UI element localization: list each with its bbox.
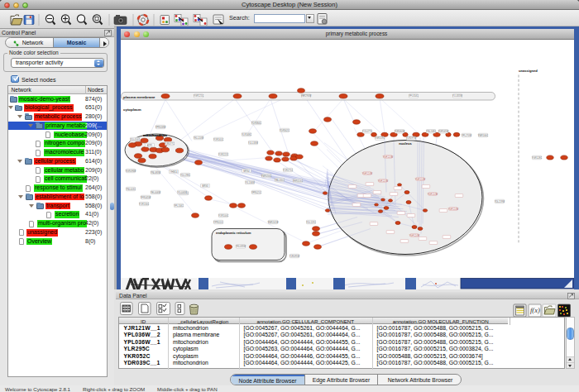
svg-text:YPR021C: YPR021C — [251, 190, 261, 194]
svg-text:YOR161C: YOR161C — [213, 137, 223, 141]
svg-text:YGR159C: YGR159C — [375, 136, 385, 140]
svg-text:YDL198C: YDL198C — [180, 173, 190, 176]
svg-text:YGR124W: YGR124W — [383, 155, 394, 158]
svg-text:YOR130C: YOR130C — [139, 202, 149, 205]
svg-text:YPL270W: YPL270W — [462, 133, 472, 136]
svg-text:YJR077C: YJR077C — [165, 141, 175, 145]
svg-text:YFR045W: YFR045W — [141, 195, 151, 198]
svg-text:YGR121C: YGR121C — [194, 94, 203, 98]
svg-text:YGR096W: YGR096W — [126, 169, 136, 172]
svg-text:mitochondrion: mitochondrion — [143, 133, 167, 137]
svg-text:YGR124W: YGR124W — [428, 192, 438, 195]
svg-text:YOR271C: YOR271C — [283, 168, 293, 171]
svg-text:YLR348C: YLR348C — [242, 132, 251, 136]
svg-text:nucleus: nucleus — [399, 141, 412, 146]
svg-text:YEL006W: YEL006W — [151, 190, 161, 194]
svg-text:f(x): f(x) — [530, 306, 540, 314]
svg-text:YGR124W: YGR124W — [378, 179, 389, 182]
svg-text:YIL006W: YIL006W — [177, 190, 187, 194]
svg-text:YGR124W: YGR124W — [448, 207, 459, 210]
svg-text:YJL133W: YJL133W — [248, 141, 258, 144]
svg-text:YGR124W: YGR124W — [362, 171, 373, 174]
svg-text:YNL083W: YNL083W — [151, 170, 161, 174]
svg-text:YDR384C: YDR384C — [251, 121, 261, 124]
svg-text:YMR166C: YMR166C — [478, 133, 488, 136]
svg-text:YOL077C: YOL077C — [362, 129, 372, 132]
svg-text:YMR241W: YMR241W — [268, 220, 279, 223]
svg-text:YJR095W: YJR095W — [290, 254, 300, 257]
svg-text:YLR197W: YLR197W — [406, 136, 417, 140]
svg-text:YDR342C: YDR342C — [280, 128, 290, 131]
svg-text:YMR056C: YMR056C — [261, 174, 271, 177]
svg-text:YOR100C: YOR100C — [218, 213, 228, 217]
svg-text:plasma membrane: plasma membrane — [123, 94, 156, 98]
svg-text:YKL120W: YKL120W — [194, 136, 204, 139]
svg-text:YBL030C: YBL030C — [275, 178, 285, 181]
svg-text:YPR011C: YPR011C — [213, 220, 223, 223]
svg-text:YER053C: YER053C — [293, 179, 303, 182]
svg-text:YGR128C: YGR128C — [532, 155, 542, 159]
svg-text:YPR058W: YPR058W — [156, 125, 166, 128]
svg-text:YOR222C: YOR222C — [218, 152, 228, 155]
svg-text:ATP1: ATP1 — [147, 143, 153, 146]
svg-text:YHM14: YHM14 — [170, 170, 178, 173]
svg-text:YDL054C: YDL054C — [130, 137, 140, 141]
svg-text:unassigned: unassigned — [519, 68, 538, 72]
svg-text:YGR124W: YGR124W — [415, 177, 426, 180]
svg-text:MRS3: MRS3 — [202, 184, 208, 187]
svg-text:YDR545W: YDR545W — [438, 129, 449, 132]
svg-text:YKL035W: YKL035W — [236, 245, 246, 248]
svg-text:endoplasmic reticulum: endoplasmic reticulum — [216, 230, 251, 234]
svg-text:YIL134W: YIL134W — [245, 180, 255, 184]
svg-text:YNL248C: YNL248C — [426, 129, 436, 132]
svg-text:YDL119C: YDL119C — [306, 220, 316, 223]
svg-text:MRS4: MRS4 — [243, 169, 250, 172]
svg-text:YPL134C: YPL134C — [174, 203, 184, 207]
svg-text:YDR060W: YDR060W — [395, 129, 405, 132]
svg-text:YGR124W: YGR124W — [409, 233, 420, 237]
svg-text:YBR294W: YBR294W — [301, 94, 312, 98]
svg-text:YDL219W: YDL219W — [495, 199, 505, 203]
svg-text:cytoplasm: cytoplasm — [123, 108, 141, 112]
svg-text:YNL003C: YNL003C — [126, 187, 136, 190]
svg-text:YFL054C: YFL054C — [409, 94, 418, 98]
svg-text:YLL055W: YLL055W — [452, 94, 462, 98]
